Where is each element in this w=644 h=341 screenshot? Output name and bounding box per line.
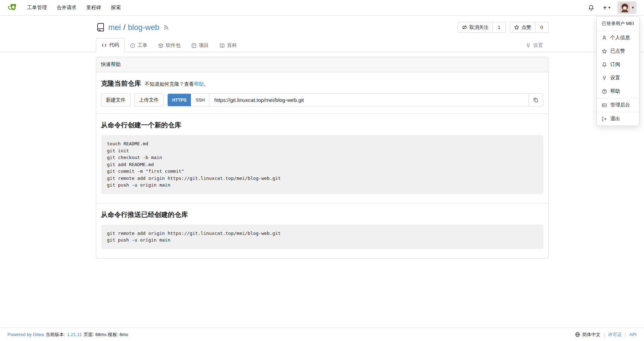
repo-name-link[interactable]: blog-web: [128, 23, 159, 32]
book-icon: [219, 43, 225, 48]
language-selector[interactable]: 简体中文: [575, 331, 600, 338]
tab-label: 百科: [227, 42, 237, 49]
nav-link-merge-requests[interactable]: 合并请求: [52, 5, 81, 11]
avatar-image: [620, 3, 630, 12]
watch-count[interactable]: 1: [493, 22, 506, 33]
version-link[interactable]: 1.21.11: [67, 332, 82, 337]
tab-packages[interactable]: 软件包: [153, 39, 186, 52]
code-icon: [101, 43, 107, 48]
version-label: 当前版本:: [45, 331, 65, 338]
tab-wiki[interactable]: 百科: [214, 39, 242, 52]
notifications-button[interactable]: [584, 5, 599, 11]
menu-item-admin-panel[interactable]: 管理后台: [597, 98, 639, 112]
clone-controls: 新建文件 上传文件 HTTPS SSH: [101, 93, 543, 106]
menu-item-label: 已点赞: [610, 48, 625, 54]
ssh-button[interactable]: SSH: [191, 94, 210, 106]
tab-settings[interactable]: 设置: [520, 39, 549, 52]
star-icon: [514, 25, 519, 30]
quick-help-title: 快速帮助: [96, 57, 548, 72]
nav-link-issues-management[interactable]: 工单管理: [22, 5, 52, 11]
powered-by-link[interactable]: Powered by Gitea: [7, 332, 44, 337]
breadcrumb-separator: /: [123, 23, 125, 32]
help-link[interactable]: 帮助: [194, 81, 204, 87]
create-repo-heading: 从命令行创建一个新的仓库: [101, 121, 543, 130]
unwatch-label: 取消关注: [470, 24, 489, 31]
menu-item-label: 订阅: [610, 61, 620, 68]
footer-divider: |: [625, 332, 626, 337]
clone-hint: 不知道如何克隆？查看帮助。: [145, 81, 209, 87]
create-repo-section: 从命令行创建一个新的仓库 touch README.md git init gi…: [96, 114, 548, 203]
star-count[interactable]: 0: [535, 22, 549, 33]
tab-projects[interactable]: 项目: [186, 39, 214, 52]
create-new-button[interactable]: + ▾: [599, 4, 614, 11]
menu-item-label: 退出: [610, 116, 620, 122]
issue-icon: [130, 43, 135, 48]
repo-header: mei / blog-web 取消关注: [0, 16, 644, 52]
unwatch-button[interactable]: 取消关注: [458, 22, 493, 33]
menu-item-help[interactable]: 帮助: [597, 85, 639, 98]
push-repo-heading: 从命令行推送已经创建的仓库: [101, 210, 543, 219]
project-icon: [191, 43, 197, 48]
clone-heading: 克隆当前仓库: [101, 79, 141, 88]
push-repo-section: 从命令行推送已经创建的仓库 git remote add origin http…: [96, 203, 548, 258]
repo-breadcrumb: mei / blog-web: [109, 23, 160, 32]
tab-label: 设置: [533, 42, 543, 49]
repo-tabbar: 代码 工单 软件包 项目: [0, 38, 644, 52]
user-menu-button[interactable]: ▾: [617, 1, 637, 14]
page-footer: Powered by Gitea 当前版本: 1.21.11 页面: 68ms …: [0, 328, 644, 341]
rss-icon[interactable]: [163, 24, 169, 31]
signed-in-as-label: 已登录用户 MEI: [597, 17, 639, 31]
chevron-down-icon: ▾: [632, 6, 634, 10]
eye-slash-icon: [462, 25, 467, 30]
star-button-group: 点赞 0: [510, 22, 549, 33]
perf-stats: 页面: 68ms 模板: 6ms: [83, 331, 128, 338]
top-navbar: 工单管理 合并请求 里程碑 探索 + ▾ ▾: [0, 0, 644, 16]
help-circle-icon: [602, 89, 607, 94]
tab-code[interactable]: 代码: [96, 38, 125, 52]
bell-icon: [602, 62, 607, 67]
copy-icon: [533, 97, 538, 103]
menu-item-profile[interactable]: 个人信息: [597, 31, 639, 44]
license-link[interactable]: 许可证: [608, 331, 622, 338]
https-button[interactable]: HTTPS: [168, 94, 191, 106]
server-icon: [602, 103, 607, 108]
wrench-icon: [602, 75, 607, 81]
menu-item-settings[interactable]: 设置: [597, 71, 639, 85]
tab-label: 项目: [199, 42, 209, 49]
menu-item-sign-out[interactable]: 退出: [597, 112, 639, 126]
tab-issues[interactable]: 工单: [125, 39, 153, 52]
gitea-logo[interactable]: [7, 2, 18, 13]
menu-item-label: 帮助: [610, 88, 620, 95]
tab-label: 工单: [138, 42, 148, 49]
new-file-button[interactable]: 新建文件: [101, 93, 131, 106]
plus-icon: +: [603, 4, 607, 11]
avatar: [620, 3, 630, 12]
menu-item-label: 个人信息: [610, 35, 630, 41]
create-repo-code[interactable]: touch README.md git init git checkout -b…: [101, 135, 543, 194]
menu-item-label: 设置: [610, 75, 620, 81]
repo-owner-link[interactable]: mei: [109, 23, 121, 32]
user-dropdown-menu: 已登录用户 MEI 个人信息 已点赞 订阅 设置 帮助: [596, 16, 639, 126]
menu-item-starred[interactable]: 已点赞: [597, 44, 639, 58]
star-button[interactable]: 点赞: [510, 22, 535, 33]
clone-hint-suffix: 。: [204, 81, 209, 87]
tab-label: 软件包: [166, 42, 181, 49]
clone-url-input[interactable]: [210, 94, 528, 106]
api-link[interactable]: API: [629, 332, 637, 337]
clone-hint-text: 不知道如何克隆？查看: [145, 81, 194, 87]
footer-divider: |: [603, 332, 605, 337]
upload-file-button[interactable]: 上传文件: [134, 93, 164, 106]
person-icon: [602, 35, 607, 41]
nav-link-milestones[interactable]: 里程碑: [81, 5, 106, 11]
repo-icon: [96, 23, 105, 32]
nav-link-explore[interactable]: 探索: [106, 5, 126, 11]
copy-url-button[interactable]: [528, 94, 543, 106]
quick-help-panel: 快速帮助 克隆当前仓库 不知道如何克隆？查看帮助。 新建文件 上传文件 HTTP…: [96, 57, 549, 258]
tab-label: 代码: [109, 42, 119, 48]
menu-item-label: 管理后台: [610, 102, 630, 108]
push-repo-code[interactable]: git remote add origin https://git.linuxc…: [101, 225, 543, 249]
menu-item-subscriptions[interactable]: 订阅: [597, 58, 639, 71]
gitea-logo-icon: [7, 2, 18, 13]
package-icon: [158, 43, 163, 48]
clone-section: 克隆当前仓库 不知道如何克隆？查看帮助。 新建文件 上传文件 HTTPS SSH: [96, 72, 548, 114]
